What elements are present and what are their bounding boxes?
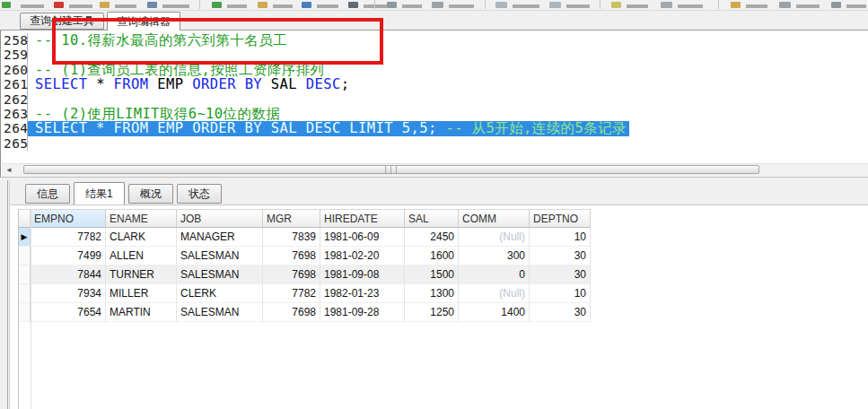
- grid-cell[interactable]: 1500: [405, 265, 459, 284]
- row-selector-cell[interactable]: [19, 247, 31, 265]
- grid-header-cell-ename[interactable]: ENAME: [106, 209, 177, 228]
- grid-cell[interactable]: 1300: [405, 284, 459, 303]
- editor-h-scrollbar[interactable]: ◄ |||: [2, 163, 868, 177]
- editor-line-content[interactable]: [28, 48, 35, 62]
- toolbar-button-fragment[interactable]: [402, 4, 422, 8]
- toolbar-button-fragment[interactable]: [115, 4, 136, 8]
- grid-header-cell-deptno[interactable]: DEPTNO: [530, 209, 591, 228]
- grid-cell[interactable]: 1981-06-09: [320, 228, 405, 247]
- tab-profile[interactable]: 概况: [128, 184, 173, 204]
- grid-cell[interactable]: 1981-02-20: [320, 247, 405, 265]
- grid-cell[interactable]: 7839: [263, 228, 320, 247]
- toolbar-button-fragment[interactable]: [731, 2, 741, 8]
- toolbar-button-fragment[interactable]: [432, 2, 443, 8]
- editor-line-content[interactable]: -- (1)查询员工表的信息,按照工资降序排列: [28, 63, 325, 77]
- editor-line-content[interactable]: SELECT * FROM EMP ORDER BY SAL DESC LIMI…: [28, 121, 629, 135]
- toolbar-button-fragment[interactable]: [611, 2, 621, 8]
- grid-cell[interactable]: 1250: [405, 303, 459, 322]
- toolbar-button-fragment[interactable]: [627, 4, 648, 8]
- grid-cell[interactable]: 7499: [31, 247, 106, 265]
- toolbar-button-fragment[interactable]: [779, 2, 791, 8]
- grid-cell[interactable]: MARTIN: [106, 303, 177, 322]
- grid-cell[interactable]: 30: [530, 265, 591, 284]
- grid-cell[interactable]: 7698: [263, 247, 320, 265]
- tab-status[interactable]: 状态: [177, 184, 222, 204]
- row-selector-arrow-icon[interactable]: ▶: [19, 228, 31, 247]
- toolbar-button-fragment[interactable]: [302, 2, 311, 8]
- toolbar-button-fragment[interactable]: [549, 2, 561, 8]
- toolbar-button-fragment[interactable]: [227, 4, 247, 8]
- grid-header-cell-mgr[interactable]: MGR: [263, 209, 320, 228]
- grid-cell[interactable]: 7782: [263, 284, 320, 303]
- grid-cell[interactable]: 7698: [263, 303, 320, 322]
- grid-cell[interactable]: MILLER: [106, 284, 177, 303]
- grid-cell[interactable]: 10: [530, 284, 591, 303]
- toolbar-button-fragment[interactable]: [846, 4, 866, 8]
- grid-cell[interactable]: 7782: [31, 228, 106, 247]
- toolbar-button-fragment[interactable]: [317, 4, 338, 8]
- grid-cell[interactable]: CLERK: [177, 284, 263, 303]
- grid-cell[interactable]: 300: [459, 247, 530, 265]
- tab-result1[interactable]: 结果1: [74, 182, 125, 204]
- toolbar-button-fragment[interactable]: [566, 4, 590, 8]
- grid-row[interactable]: 7934MILLERCLERK77821982-01-231300(Null)1…: [19, 284, 591, 303]
- row-selector-cell[interactable]: [19, 303, 31, 322]
- grid-row[interactable]: 7844TURNERSALESMAN76981981-09-081500030: [19, 265, 591, 284]
- grid-cell[interactable]: ALLEN: [106, 247, 177, 265]
- toolbar-button-fragment[interactable]: [162, 4, 189, 8]
- grid-header-cell-comm[interactable]: COMM: [459, 209, 530, 228]
- row-selector-cell[interactable]: [19, 284, 31, 303]
- toolbar-button-fragment[interactable]: [348, 2, 358, 8]
- grid-cell[interactable]: CLARK: [106, 228, 177, 247]
- toolbar-button-fragment[interactable]: [449, 4, 474, 8]
- grid-cell[interactable]: 10: [530, 228, 591, 247]
- grid-header-cell-hiredate[interactable]: HIREDATE: [320, 209, 405, 228]
- grid-cell[interactable]: 1600: [405, 247, 459, 265]
- toolbar-button-fragment[interactable]: [273, 4, 293, 8]
- grid-cell[interactable]: (Null): [459, 228, 530, 247]
- grid-cell[interactable]: (Null): [459, 284, 530, 303]
- grid-cell[interactable]: MANAGER: [177, 228, 263, 247]
- scrollbar-left-arrow-icon[interactable]: ◄: [4, 166, 14, 175]
- grid-cell[interactable]: 7934: [31, 284, 106, 303]
- toolbar-button-fragment[interactable]: [100, 2, 110, 8]
- toolbar-button-fragment[interactable]: [796, 4, 820, 8]
- grid-header-cell-empno[interactable]: EMPNO: [31, 209, 106, 228]
- scrollbar-thumb[interactable]: |||: [23, 165, 759, 174]
- grid-cell[interactable]: SALESMAN: [177, 265, 263, 284]
- sql-editor[interactable]: 258-- 10.得薪水最高的第六到第十名员工259260-- (1)查询员工表…: [0, 30, 868, 178]
- toolbar-button-fragment[interactable]: [678, 4, 703, 8]
- toolbar-button-fragment[interactable]: [2, 2, 11, 8]
- grid-row[interactable]: 7654MARTINSALESMAN76981981-09-2812501400…: [19, 303, 591, 322]
- grid-header-cell-job[interactable]: JOB: [177, 209, 263, 228]
- grid-cell[interactable]: 1981-09-08: [320, 265, 405, 284]
- editor-line-content[interactable]: [28, 136, 35, 151]
- tab-info[interactable]: 信息: [25, 184, 70, 204]
- editor-line-content[interactable]: -- 10.得薪水最高的第六到第十名员工: [28, 33, 287, 48]
- toolbar-button-fragment[interactable]: [21, 4, 44, 8]
- tab-query-editor[interactable]: 查询编辑器: [107, 12, 180, 30]
- grid-cell[interactable]: 1400: [459, 303, 530, 322]
- toolbar-button-fragment[interactable]: [513, 4, 539, 8]
- grid-cell[interactable]: 2450: [405, 228, 459, 247]
- grid-cell[interactable]: 1981-09-28: [320, 303, 405, 322]
- toolbar-button-fragment[interactable]: [746, 4, 767, 8]
- grid-cell[interactable]: SALESMAN: [177, 247, 263, 265]
- toolbar-button-fragment[interactable]: [387, 2, 397, 8]
- grid-cell[interactable]: 7654: [31, 303, 106, 322]
- row-selector-cell[interactable]: [19, 265, 31, 284]
- grid-cell[interactable]: 7844: [31, 265, 106, 284]
- toolbar-button-fragment[interactable]: [495, 2, 507, 8]
- editor-line-content[interactable]: -- (2)使用LIMIT取得6~10位的数据: [28, 107, 280, 121]
- grid-row[interactable]: 7499ALLENSALESMAN76981981-02-20160030030: [19, 247, 591, 265]
- toolbar-button-fragment[interactable]: [54, 2, 64, 8]
- toolbar-button-fragment[interactable]: [258, 2, 267, 8]
- grid-cell[interactable]: TURNER: [106, 265, 177, 284]
- grid-cell[interactable]: 30: [530, 247, 591, 265]
- grid-cell[interactable]: 0: [459, 265, 530, 284]
- grid-cell[interactable]: SALESMAN: [177, 303, 263, 322]
- grid-cell[interactable]: 1982-01-23: [320, 284, 405, 303]
- grid-cell[interactable]: 30: [530, 303, 591, 322]
- grid-row[interactable]: ▶7782CLARKMANAGER78391981-06-092450(Null…: [19, 228, 591, 247]
- editor-line-content[interactable]: SELECT * FROM EMP ORDER BY SAL DESC;: [28, 77, 349, 91]
